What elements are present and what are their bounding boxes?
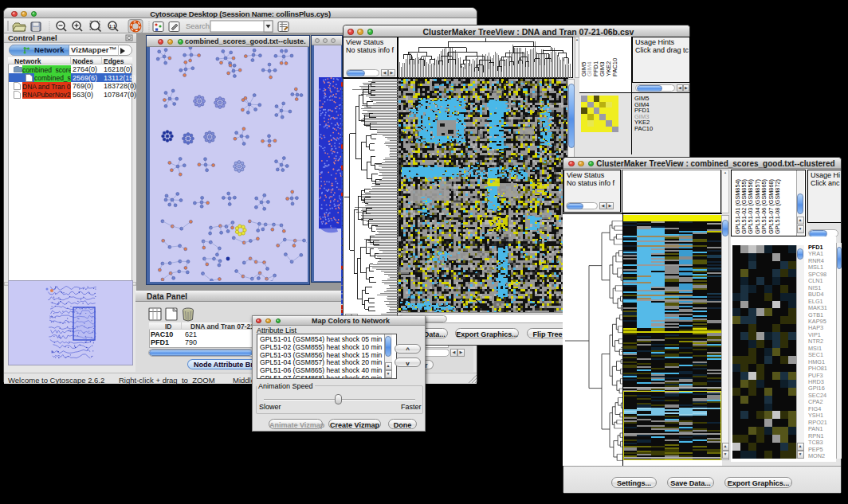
svg-text:Search:: Search: xyxy=(186,21,212,30)
svg-text:PAC10: PAC10 xyxy=(634,125,653,132)
svg-text:MON2: MON2 xyxy=(808,452,825,459)
svg-text:1:1: 1:1 xyxy=(109,24,116,29)
svg-text:GPL51-08 (GSM872): GPL51-08 (GSM872) xyxy=(774,179,781,234)
svg-text:PAC10: PAC10 xyxy=(611,58,618,76)
